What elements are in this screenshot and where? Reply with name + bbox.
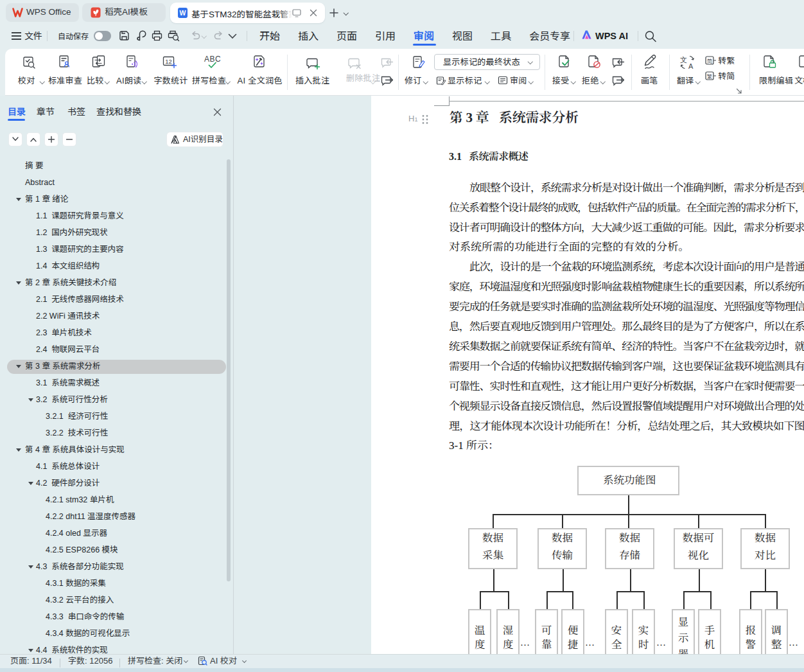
svg-text:简: 简 xyxy=(707,58,713,64)
svg-text:12: 12 xyxy=(165,58,172,65)
svg-text:A: A xyxy=(688,62,694,70)
svg-text:文: 文 xyxy=(680,56,687,64)
svg-text:繁: 繁 xyxy=(707,73,713,80)
svg-text:ABC: ABC xyxy=(204,55,221,64)
svg-text:W: W xyxy=(180,9,186,17)
